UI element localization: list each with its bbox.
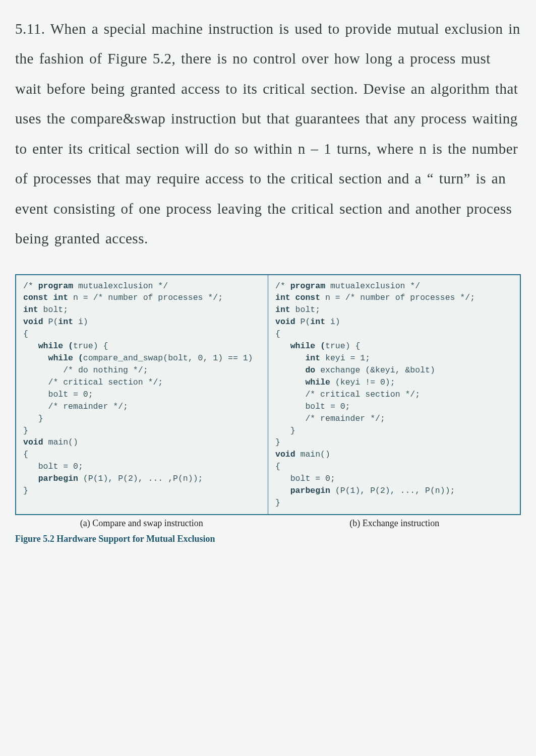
t	[23, 353, 48, 363]
t: mutualexclusion */	[73, 281, 168, 291]
t: main()	[295, 450, 330, 459]
t: parbegin	[290, 486, 330, 495]
t: mutualexclusion */	[325, 281, 420, 291]
t: while (	[290, 341, 325, 351]
t: bolt;	[38, 305, 68, 314]
t: }	[275, 437, 280, 447]
t: (P(1), P(2), ... ,P(n));	[78, 474, 203, 483]
t: }	[23, 414, 43, 423]
t: (P(1), P(2), ..., P(n));	[330, 486, 455, 495]
t: int const	[275, 293, 320, 302]
t: void	[23, 437, 43, 447]
t	[23, 474, 38, 483]
t: program	[290, 281, 325, 291]
t: {	[275, 462, 280, 471]
t: {	[23, 329, 28, 339]
t: int	[305, 353, 320, 363]
caption-a: (a) Compare and swap instruction	[15, 518, 268, 529]
t: (keyi != 0);	[330, 377, 395, 387]
t	[23, 341, 38, 351]
t: parbegin	[38, 474, 78, 483]
t: i)	[325, 317, 340, 327]
t: program	[38, 281, 73, 291]
t: P(	[43, 317, 58, 327]
t: bolt = 0;	[275, 402, 350, 411]
t: bolt = 0;	[23, 390, 93, 399]
t: }	[23, 426, 28, 435]
t: int	[275, 305, 290, 314]
t: int	[23, 305, 38, 314]
t: /* remainder */;	[23, 402, 128, 411]
t: compare_and_swap(bolt, 0, 1) == 1)	[83, 353, 253, 363]
t: true) {	[73, 341, 108, 351]
t: while (	[38, 341, 73, 351]
figure-5-2: /* program mutualexclusion */ const int …	[15, 274, 521, 516]
t: n = /* number of processes */;	[320, 293, 475, 302]
t: }	[275, 498, 280, 508]
t: const int	[23, 293, 68, 302]
t: }	[275, 426, 295, 435]
t	[275, 341, 290, 351]
t	[275, 365, 305, 375]
t: /* critical section */;	[275, 390, 420, 399]
t: n = /* number of processes */;	[68, 293, 223, 302]
t: P(	[295, 317, 311, 327]
t: /* critical section */;	[23, 377, 163, 387]
t: /* do nothing */;	[23, 365, 148, 375]
t: while	[305, 377, 330, 387]
t: /*	[275, 281, 290, 291]
t: void	[23, 317, 43, 327]
t: /* remainder */;	[275, 414, 385, 423]
t	[275, 486, 290, 495]
t: exchange (&keyi, &bolt)	[315, 365, 435, 375]
t	[275, 377, 305, 387]
t: int	[58, 317, 73, 327]
code-column-a: /* program mutualexclusion */ const int …	[16, 275, 268, 515]
t: int	[310, 317, 325, 327]
t: bolt = 0;	[275, 474, 335, 483]
code-column-b: /* program mutualexclusion */ int const …	[268, 275, 520, 515]
t: {	[275, 329, 280, 339]
t: i)	[73, 317, 88, 327]
t: /*	[23, 281, 38, 291]
t	[275, 353, 305, 363]
caption-b: (b) Exchange instruction	[268, 518, 521, 529]
figure-title: Figure 5.2 Hardware Support for Mutual E…	[15, 534, 521, 544]
t: true) {	[325, 341, 360, 351]
t: }	[23, 486, 28, 495]
figure-captions: (a) Compare and swap instruction (b) Exc…	[15, 518, 521, 529]
t: void	[275, 317, 295, 327]
t: void	[275, 450, 295, 459]
t: keyi = 1;	[320, 353, 370, 363]
t: bolt;	[290, 305, 320, 314]
t: main()	[43, 437, 78, 447]
t: {	[23, 450, 28, 459]
t: bolt = 0;	[23, 462, 83, 471]
t: while (	[48, 353, 83, 363]
question-text: 5.11. When a special machine instruction…	[15, 14, 521, 254]
t: do	[305, 365, 315, 375]
